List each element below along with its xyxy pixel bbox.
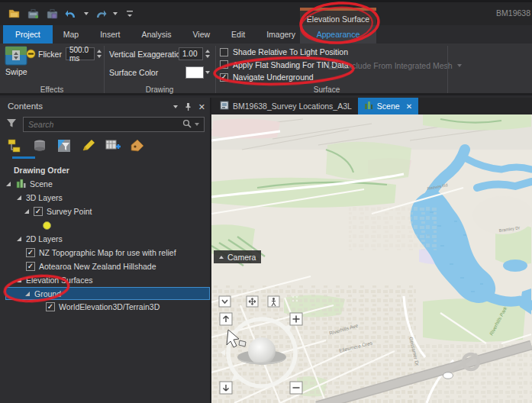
scene-viewport[interactable]: Riverhills AveEllesmere CresGossamer DrR… (211, 114, 532, 403)
contents-title: Contents (8, 102, 43, 111)
tab-edit[interactable]: Edit (221, 25, 256, 44)
surface-color-dropdown-caret[interactable] (205, 71, 210, 74)
swipe-label: Swipe (5, 67, 27, 76)
list-by-source-icon[interactable] (31, 137, 49, 154)
tab-insert[interactable]: Insert (89, 25, 131, 44)
title-bar: Elevation Surface BM19638 (0, 0, 532, 25)
yellow-point-symbol[interactable] (43, 221, 51, 230)
list-by-labeling-icon[interactable] (128, 137, 147, 154)
checkbox[interactable] (220, 60, 228, 69)
tree-item-ground[interactable]: Ground (5, 287, 210, 300)
expander-icon[interactable] (15, 195, 22, 201)
vertical-exaggeration-input[interactable]: 1.00 (179, 47, 203, 60)
layer-label: 2D Layers (26, 234, 63, 243)
vertical-exaggeration-spinner[interactable] (204, 47, 211, 60)
expander-icon[interactable] (24, 291, 31, 297)
exclude-mesh-dropdown-caret (457, 64, 462, 67)
map-view: BM19638_Survey Locations_A3LScene✕ (211, 98, 532, 403)
drawing-order-header: Drawing Order (0, 163, 210, 177)
navigator-zoom-out-button (290, 382, 302, 394)
tab-map[interactable]: Map (53, 25, 89, 44)
surface-color-swatch[interactable] (185, 66, 204, 79)
checkbox-row-shade-relative-to-light-position[interactable]: Shade Relative To Light Position (220, 47, 348, 56)
customize-quick-access-icon[interactable] (123, 7, 137, 21)
expander-icon[interactable] (15, 277, 22, 283)
contents-pane-header: Contents ✕ (0, 98, 210, 114)
swipe-button[interactable] (5, 46, 27, 66)
tree-item-3d-layers[interactable]: 3D Layers (0, 191, 210, 205)
tree-item-aotearoa-new-zealand-hillshade[interactable]: ✓Aotearoa New Zealand Hillshade (0, 260, 210, 273)
search-box[interactable] (23, 117, 205, 132)
save-project-icon[interactable] (27, 7, 40, 21)
search-input[interactable] (28, 120, 182, 129)
view-tab-scene[interactable]: Scene✕ (358, 98, 418, 114)
list-by-drawing-order-icon[interactable] (6, 137, 24, 154)
list-by-table-icon[interactable] (104, 137, 122, 154)
expander-icon[interactable] (15, 236, 22, 242)
checkbox[interactable]: ✓ (220, 73, 228, 82)
layout-icon (220, 101, 229, 111)
navigator-collapse-button (219, 296, 231, 307)
undo-icon[interactable] (65, 7, 79, 21)
checkbox[interactable] (220, 48, 228, 56)
search-options-caret[interactable] (195, 123, 199, 126)
redo-icon[interactable] (94, 7, 108, 21)
tab-imagery[interactable]: Imagery (256, 25, 306, 44)
navigator-dots-icon (292, 296, 298, 301)
filter-icon[interactable] (6, 118, 17, 131)
arcgis-pro-window: Elevation Surface BM19638 ProjectMapInse… (0, 0, 532, 403)
list-by-editing-icon[interactable] (79, 137, 98, 154)
layer-label: Scene (30, 179, 53, 189)
layer-visibility-checkbox[interactable]: ✓ (34, 207, 43, 216)
redo-dropdown-caret[interactable] (113, 12, 118, 15)
list-by-selection-icon[interactable] (55, 137, 73, 154)
checkbox-row-navigate-underground[interactable]: ✓Navigate Underground (220, 73, 314, 82)
close-icon[interactable]: ✕ (198, 103, 205, 111)
contents-pane: Contents ✕ (0, 98, 211, 403)
layer-visibility-checkbox[interactable]: ✓ (26, 262, 35, 271)
tree-item-survey-point[interactable]: ✓Survey Point (0, 205, 210, 218)
open-project-icon[interactable] (8, 7, 21, 21)
pane-menu-caret[interactable] (173, 105, 178, 108)
flicker-label: Flicker (38, 50, 62, 59)
close-icon[interactable]: ✕ (406, 102, 412, 111)
window-title: BM19638 (496, 8, 530, 18)
expander-icon[interactable] (5, 181, 11, 187)
navigator-down-button (220, 382, 232, 394)
camera-overlay[interactable]: Camera (214, 250, 261, 263)
checkbox-label: Shade Relative To Light Position (233, 47, 348, 56)
flicker-duration-input[interactable]: 500.0 ms (66, 47, 95, 60)
layer-visibility-checkbox[interactable]: ✓ (46, 302, 55, 311)
symbol-row-yellow-point-symbol[interactable] (0, 218, 210, 232)
tab-appearance[interactable]: Appearance (300, 25, 376, 44)
flicker-spinner[interactable] (95, 47, 102, 60)
tab-analysis[interactable]: Analysis (131, 25, 182, 44)
tab-view[interactable]: View (182, 25, 221, 44)
layer-label: Survey Point (47, 207, 92, 216)
tree-item-2d-layers[interactable]: 2D Layers (0, 232, 210, 246)
drawing-group-label: Drawing (146, 85, 174, 94)
expander-icon[interactable] (23, 208, 30, 214)
view-tab-bm19638-survey-locations-a3l[interactable]: BM19638_Survey Locations_A3L (214, 98, 358, 114)
tree-item-elevation-surfaces[interactable]: Elevation Surfaces (0, 273, 210, 287)
save-as-icon[interactable] (46, 7, 60, 21)
layer-visibility-checkbox[interactable]: ✓ (26, 248, 35, 257)
layer-label: 3D Layers (26, 193, 63, 202)
scene-navigator[interactable] (214, 293, 306, 400)
layer-label: NZ Topographic Map for use with relief (39, 248, 176, 257)
search-icon[interactable] (182, 118, 192, 131)
undo-dropdown-caret[interactable] (84, 12, 89, 15)
layer-label: Elevation Surfaces (26, 276, 93, 285)
effects-group-label: Effects (40, 85, 63, 94)
scene-icon (15, 179, 26, 190)
chevron-up-icon (219, 256, 224, 259)
pin-icon[interactable] (185, 100, 192, 114)
tree-item-nz-topographic-map-for-use-with-relief[interactable]: ✓NZ Topographic Map for use with relief (0, 246, 210, 260)
tree-item-worldelevation3d-terrain3d[interactable]: ✓WorldElevation3D/Terrain3D (0, 300, 210, 314)
contents-search-row (0, 116, 210, 133)
flicker-icon (26, 49, 36, 60)
tree-item-scene[interactable]: Scene (0, 177, 210, 191)
route-shield (443, 372, 453, 379)
tab-project[interactable]: Project (3, 25, 53, 44)
layer-label: Ground (34, 289, 61, 298)
